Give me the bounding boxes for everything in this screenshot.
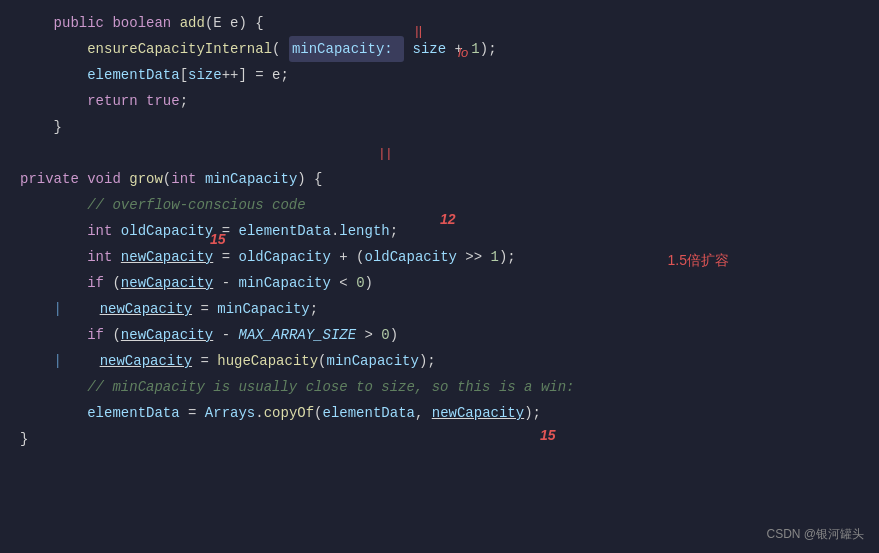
code-line-5: } xyxy=(20,114,859,140)
watermark: CSDN @银河罐头 xyxy=(766,526,864,543)
code-line-9: int oldCapacity = elementData.length; 12… xyxy=(20,218,859,244)
code-line-1: public boolean add(E e) { xyxy=(20,10,859,36)
annotation-pipes-2: | | xyxy=(380,140,390,166)
code-line-12: | newCapacity = minCapacity; xyxy=(20,296,859,322)
code-line-15: // minCapacity is usually close to size,… xyxy=(20,374,859,400)
code-editor: public boolean add(E e) { ensureCapacity… xyxy=(0,0,879,553)
code-line-11: if (newCapacity - minCapacity < 0) xyxy=(20,270,859,296)
code-line-3: elementData[size++] = e; xyxy=(20,62,859,88)
code-line-16: elementData = Arrays.copyOf(elementData,… xyxy=(20,400,859,426)
code-line-2: ensureCapacityInternal( minCapacity: siz… xyxy=(20,36,859,62)
code-line-13: if (newCapacity - MAX_ARRAY_SIZE > 0) xyxy=(20,322,859,348)
code-line-7: private void grow(int minCapacity) { xyxy=(20,166,859,192)
code-line-6: | | xyxy=(20,140,859,166)
code-line-10: int newCapacity = oldCapacity + (oldCapa… xyxy=(20,244,859,270)
annotation-pipes-1: || xyxy=(415,18,422,44)
code-line-14: | newCapacity = hugeCapacity(minCapacity… xyxy=(20,348,859,374)
code-line-17: } xyxy=(20,426,859,452)
annotation-12: 12 xyxy=(440,206,456,232)
code-line-4: return true; xyxy=(20,88,859,114)
